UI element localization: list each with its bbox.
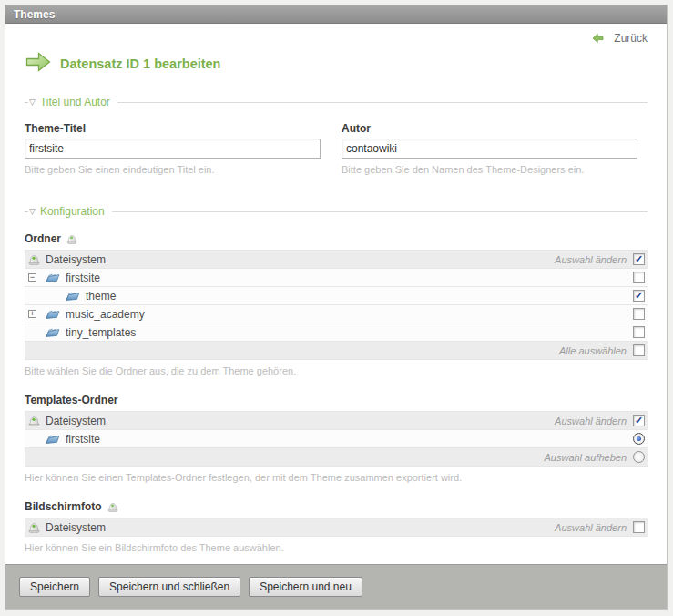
action-label: Auswahl ändern (555, 254, 627, 265)
widget-bildschirmfoto: Bildschirmfoto Dateisystem Auswahl änder… (25, 500, 648, 553)
screenshot-tree: Dateisystem Auswahl ändern (25, 518, 648, 537)
widget-help: Hier können Sie einen Templates-Ordner f… (25, 472, 648, 483)
tree-row-select-all: Alle auswählen (25, 342, 648, 360)
action-label: Auswahl ändern (555, 416, 627, 426)
title-author-fields: Theme-Titel Bitte geben Sie einen eindeu… (25, 122, 648, 175)
tree-row-dateisystem: Dateisystem Auswahl ändern ✓ (25, 412, 648, 430)
widget-label: Ordner (25, 232, 61, 245)
field-label: Theme-Titel (25, 122, 321, 135)
save-button[interactable]: Speichern (19, 577, 90, 597)
widget-label: Bildschirmfoto (25, 500, 102, 513)
server-icon (28, 415, 40, 426)
field-author: Autor Bitte geben Sie den Namen des Them… (342, 122, 637, 175)
form-footer: Speichern Speichern und schließen Speich… (5, 564, 667, 609)
app-window: Themes Zurück Datensatz ID 1 bearbeiten … (5, 5, 668, 610)
headline-arrow-icon (25, 50, 52, 77)
field-help: Bitte geben Sie einen eindeutigen Titel … (25, 164, 321, 175)
field-theme-title: Theme-Titel Bitte geben Sie einen eindeu… (25, 122, 321, 175)
tree-item-label: firstsite (66, 433, 100, 446)
author-input[interactable] (342, 139, 637, 159)
templates-tree: Dateisystem Auswahl ändern ✓ firstsite A… (25, 411, 648, 467)
folder-icon (46, 308, 60, 320)
tree-row-tiny-templates: tiny_templates (25, 323, 648, 342)
folder-icon (46, 326, 60, 338)
section-legend-titel-und-autor[interactable]: ▽ Titel und Autor (25, 96, 648, 108)
tree-item-label: Dateisystem (46, 415, 106, 427)
folder-icon (46, 433, 60, 445)
server-icon (28, 521, 40, 533)
page-title: Datensatz ID 1 bearbeiten (60, 56, 220, 71)
helper-icon (66, 233, 77, 244)
expand-toggle-icon[interactable]: + (28, 310, 36, 318)
server-icon (28, 253, 40, 265)
widget-label-bildschirmfoto: Bildschirmfoto (25, 500, 648, 513)
select-all-checkbox[interactable] (633, 344, 645, 356)
action-label: Alle auswählen (559, 345, 627, 356)
collapse-triangle-icon: ▽ (29, 98, 36, 107)
widget-templates-ordner: Templates-Ordner Dateisystem Auswahl änd… (25, 394, 648, 483)
checkbox[interactable]: ✓ (633, 290, 645, 302)
radio-button[interactable] (633, 451, 645, 463)
legend-line (25, 211, 28, 212)
tree-item-label: tiny_templates (66, 326, 136, 339)
section-legend-konfiguration[interactable]: ▽ Konfiguration (25, 205, 648, 218)
collapse-triangle-icon: ▽ (29, 208, 36, 216)
tree-item-label: Dateisystem (46, 521, 106, 534)
theme-title-input[interactable] (25, 139, 321, 159)
tree-item-label: music_academy (66, 308, 145, 321)
collapse-toggle-icon[interactable]: − (28, 273, 36, 282)
checkbox[interactable]: ✓ (633, 415, 645, 426)
back-link[interactable]: Zurück (614, 32, 648, 45)
action-label: Auswahl aufheben (544, 452, 627, 463)
widget-label: Templates-Ordner (25, 394, 117, 406)
widget-label-templates: Templates-Ordner (25, 394, 648, 406)
checkbox[interactable] (633, 272, 645, 283)
tree-item-label: firstsite (66, 272, 100, 284)
legend-line (117, 102, 648, 103)
edit-form: Zurück Datensatz ID 1 bearbeiten ▽ Titel… (5, 24, 667, 564)
widget-help: Hier können Sie ein Bildschirmfoto des T… (25, 542, 648, 553)
field-help: Bitte geben Sie den Namen des Theme-Desi… (342, 164, 637, 175)
field-label: Autor (342, 122, 637, 135)
legend-line (25, 102, 28, 103)
folder-icon (46, 272, 60, 283)
legend-label: Titel und Autor (40, 96, 110, 108)
widget-help: Bitte wählen Sie die Ordner aus, die zu … (25, 365, 648, 376)
tree-item-label: theme (86, 290, 116, 303)
tree-row-dateisystem: Dateisystem Auswahl ändern ✓ (25, 251, 648, 269)
save-new-button[interactable]: Speichern und neu (249, 577, 362, 597)
tree-row-dateisystem: Dateisystem Auswahl ändern (25, 518, 648, 537)
checkbox[interactable] (633, 326, 645, 338)
tree-item-label: Dateisystem (46, 253, 106, 266)
widget-label-ordner: Ordner (25, 232, 648, 245)
folder-icon (66, 290, 80, 302)
legend-label: Konfiguration (40, 205, 105, 218)
window-title: Themes (14, 8, 55, 21)
back-arrow-icon (592, 33, 604, 44)
back-row: Zurück (25, 31, 648, 45)
helper-icon (107, 501, 118, 512)
folder-tree: Dateisystem Auswahl ändern ✓ − firstsite… (25, 250, 648, 360)
tree-row-firstsite: − firstsite (25, 269, 648, 287)
widget-ordner: Ordner Dateisystem Auswahl ändern ✓ − fi… (25, 232, 648, 376)
tree-row-firstsite: firstsite (25, 430, 648, 448)
action-label: Auswahl ändern (555, 522, 627, 533)
tree-row-reset-selection: Auswahl aufheben (25, 448, 648, 467)
checkbox[interactable]: ✓ (633, 253, 645, 265)
legend-line (112, 211, 648, 212)
window-titlebar: Themes (5, 5, 667, 24)
radio-button[interactable] (633, 433, 645, 445)
save-close-button[interactable]: Speichern und schließen (98, 577, 240, 597)
checkbox[interactable] (633, 308, 645, 320)
page-headline: Datensatz ID 1 bearbeiten (25, 50, 648, 77)
tree-row-theme: theme ✓ (25, 287, 648, 305)
checkbox[interactable] (633, 521, 645, 533)
tree-row-music-academy: + music_academy (25, 305, 648, 323)
